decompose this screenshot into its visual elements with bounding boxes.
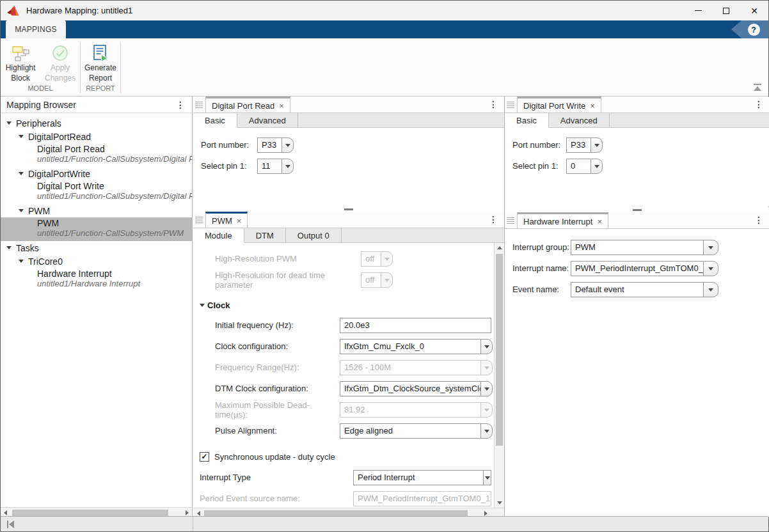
tab-dtm[interactable]: DTM — [244, 228, 286, 242]
frequency-range-combo[interactable]: 1526 - 100M — [340, 360, 493, 375]
chevron-down-icon[interactable] — [19, 135, 24, 138]
chevron-down-icon[interactable] — [591, 137, 603, 153]
synchronous-update-checkbox[interactable]: ✓ — [200, 452, 209, 462]
minimize-button[interactable] — [684, 1, 712, 20]
chevron-down-icon[interactable] — [480, 423, 493, 439]
clock-section-header[interactable]: Clock — [200, 295, 491, 315]
chevron-down-icon[interactable] — [480, 381, 493, 396]
interrupt-type-combo[interactable]: Period Interrupt — [353, 470, 491, 485]
generate-report-button[interactable]: Generate Report — [81, 41, 120, 84]
tree-group-peripherals[interactable]: Peripherals — [1, 116, 192, 130]
help-button[interactable]: ? — [731, 20, 768, 38]
tab-basic[interactable]: Basic — [505, 113, 549, 128]
tree-group-tricore0[interactable]: TriCore0 — [1, 254, 192, 268]
scroll-up-icon[interactable] — [497, 246, 502, 249]
maximize-button[interactable] — [712, 1, 740, 20]
digital-port-read-form: Port number: P33 Select pin 1: 11 — [193, 128, 504, 207]
kebab-menu-icon[interactable]: ⋮ — [488, 100, 499, 109]
chevron-down-icon[interactable] — [703, 282, 718, 297]
panel-drag-handle-icon[interactable] — [195, 217, 203, 223]
close-button[interactable]: ✕ — [740, 1, 768, 20]
close-tab-icon[interactable]: × — [279, 102, 284, 110]
tree-group-digitalportwrite[interactable]: DigitalPortWrite — [1, 167, 192, 180]
tab-hardware-interrupt[interactable]: Hardware Interrupt × — [517, 212, 608, 228]
chevron-down-icon[interactable] — [19, 172, 24, 175]
chevron-down-icon[interactable] — [703, 240, 718, 255]
tree-group-tasks[interactable]: Tasks — [1, 241, 192, 254]
chevron-down-icon[interactable] — [200, 304, 205, 307]
select-pin-combo[interactable]: 0 — [566, 159, 603, 174]
collapse-sidebar-button[interactable] — [7, 520, 14, 528]
interrupt-group-combo[interactable]: PWM — [571, 240, 718, 255]
hires-deadtime-combo[interactable]: off — [361, 272, 393, 288]
tab-digital-port-read[interactable]: Digital Port Read × — [205, 97, 290, 113]
scroll-right-icon[interactable] — [186, 510, 189, 515]
tree-item-digital-port-write[interactable]: Digital Port Write untitled1/Function-Ca… — [1, 180, 192, 204]
pwm-vertical-scrollbar[interactable] — [494, 243, 504, 508]
select-pin-combo[interactable]: 11 — [257, 159, 294, 174]
panel-drag-handle-icon[interactable] — [195, 102, 203, 108]
toolstrip-separator — [120, 42, 121, 93]
collapse-toolstrip-button[interactable] — [753, 84, 762, 91]
close-tab-icon[interactable]: × — [597, 217, 602, 226]
scroll-left-icon[interactable] — [197, 511, 200, 516]
tree-group-digitalportread[interactable]: DigitalPortRead — [1, 130, 192, 143]
kebab-menu-icon[interactable]: ⋮ — [175, 100, 186, 109]
generate-report-label-2: Report — [89, 74, 112, 83]
port-number-combo[interactable]: P33 — [257, 137, 294, 153]
period-event-source-input[interactable]: PWM_PeriodInterrupt_GtmTOM0_13 — [353, 491, 491, 506]
scroll-down-icon[interactable] — [497, 501, 502, 505]
chevron-down-icon[interactable] — [480, 339, 493, 354]
tree-group-pwm[interactable]: PWM — [1, 204, 192, 217]
clock-configuration-combo[interactable]: IfxGtm_Cmu_Fxclk_0 — [340, 339, 493, 354]
tab-module[interactable]: Module — [193, 228, 244, 243]
chevron-down-icon[interactable] — [483, 470, 491, 485]
chevron-down-icon[interactable] — [281, 159, 294, 174]
initial-frequency-input[interactable]: 20.0e3 — [340, 318, 491, 333]
initial-frequency-label: Initial frequency (Hz): — [215, 320, 340, 330]
pulse-alignment-combo[interactable]: Edge aligned — [340, 423, 493, 439]
tab-digital-port-write[interactable]: Digital Port Write × — [517, 97, 601, 113]
scrollbar-thumb[interactable] — [496, 254, 503, 446]
chevron-down-icon[interactable] — [6, 246, 12, 249]
chevron-down-icon[interactable] — [19, 209, 24, 212]
scrollbar-thumb[interactable] — [12, 510, 168, 516]
kebab-menu-icon[interactable]: ⋮ — [753, 100, 765, 109]
tab-mappings[interactable]: MAPPINGS — [6, 20, 66, 38]
chevron-down-icon[interactable] — [703, 261, 718, 276]
interrupt-name-combo[interactable]: PWM_PeriodInterrupt_GtmTOM0_13 — [571, 261, 718, 276]
event-name-combo[interactable]: Default event — [571, 282, 718, 297]
chevron-down-icon[interactable] — [19, 260, 24, 263]
tab-output-0[interactable]: Output 0 — [286, 228, 342, 242]
dtm-clock-configuration-combo[interactable]: IfxGtm_Dtm_ClockSource_systemClock — [340, 381, 493, 396]
close-tab-icon[interactable]: × — [590, 102, 595, 110]
apply-changes-button[interactable]: Apply Changes — [40, 41, 80, 84]
section-label-model: MODEL — [1, 84, 80, 96]
kebab-menu-icon[interactable]: ⋮ — [753, 215, 765, 224]
tab-pwm[interactable]: PWM × — [205, 212, 248, 228]
kebab-menu-icon[interactable]: ⋮ — [488, 215, 499, 224]
horizontal-splitter[interactable] — [505, 207, 769, 212]
scroll-right-icon[interactable] — [484, 511, 488, 516]
panel-drag-handle-icon[interactable] — [507, 217, 514, 224]
tree-item-pwm[interactable]: PWM untitled1/Function-CallSubsystem/PWM — [1, 217, 192, 241]
tree-item-hardware-interrupt[interactable]: Hardware Interrupt untitled1/Hardware In… — [1, 268, 192, 292]
highlight-block-icon — [11, 43, 30, 63]
horizontal-splitter[interactable] — [193, 207, 504, 212]
matlab-logo-icon — [6, 5, 20, 17]
tab-advanced[interactable]: Advanced — [237, 113, 298, 127]
scroll-left-icon[interactable] — [4, 510, 7, 515]
tree-item-digital-port-read[interactable]: Digital Port Read untitled1/Function-Cal… — [1, 143, 192, 167]
max-deadtime-label: Maximum Possible Dead-time(µs): — [215, 400, 340, 419]
close-tab-icon[interactable]: × — [237, 217, 242, 225]
highlight-block-button[interactable]: Highlight Block — [1, 41, 40, 84]
panel-drag-handle-icon[interactable] — [507, 102, 514, 108]
chevron-down-icon[interactable] — [281, 137, 294, 153]
hires-pwm-combo[interactable]: off — [361, 251, 393, 267]
max-deadtime-combo[interactable]: 81.92 — [340, 402, 493, 418]
port-number-combo[interactable]: P33 — [566, 137, 603, 153]
tab-advanced[interactable]: Advanced — [549, 113, 610, 127]
chevron-down-icon[interactable] — [591, 159, 603, 174]
tab-basic[interactable]: Basic — [193, 113, 237, 128]
chevron-down-icon[interactable] — [6, 121, 12, 125]
